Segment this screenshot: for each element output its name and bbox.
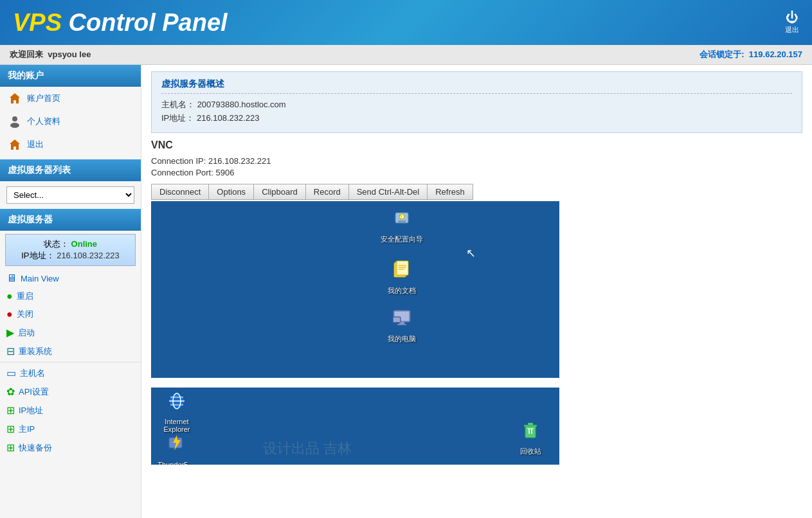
welcome-message: 欢迎回来 vpsyou lee <box>10 49 91 60</box>
reinstall-icon: ⊟ <box>6 345 15 357</box>
connection-ip-label: Connection IP: <box>151 156 206 166</box>
svg-rect-10 <box>397 261 408 275</box>
desktop-icon-ie[interactable]: Internet Explorer <box>154 391 199 433</box>
sidebar-item-api[interactable]: ✿ API设置 <box>0 382 141 401</box>
profile-label: 个人资料 <box>27 116 60 127</box>
vnc-connection-ip: Connection IP: 216.108.232.221 <box>151 156 802 166</box>
sidebar-item-ip[interactable]: ⊞ IP地址 <box>0 401 141 420</box>
sidebar-item-shutdown[interactable]: ● 关闭 <box>0 305 141 323</box>
svg-rect-28 <box>524 425 537 427</box>
restart-icon: ● <box>6 290 13 302</box>
server-dropdown-container[interactable]: Select... <box>6 186 134 204</box>
content-area: 虚拟服务器概述 主机名： 200793880.hostloc.com IP地址：… <box>141 65 812 518</box>
exit-icon <box>8 138 22 152</box>
backup-label: 快速备份 <box>19 442 52 454</box>
mouse-cursor: ↖ <box>466 246 474 258</box>
status-value: Online <box>71 239 97 249</box>
thunder-icon-img <box>167 434 187 459</box>
desktop-icon-thunder[interactable]: Thunder5.... <box>154 434 199 465</box>
start-icon: ▶ <box>6 326 14 339</box>
recycle-label: 回收站 <box>520 447 541 456</box>
vps-status-box: 状态： Online IP地址： 216.108.232.223 <box>5 234 136 266</box>
desktop-icon-recycle[interactable]: 回收站 <box>508 420 553 456</box>
hostname-label: 主机名： <box>161 100 195 109</box>
main-view-label: Main View <box>21 274 59 283</box>
api-label: API设置 <box>19 386 49 398</box>
logo-vps: VPS <box>13 9 62 36</box>
my-computer-label: 我的电脑 <box>388 334 416 344</box>
thunder-label: Thunder5.... <box>158 461 195 465</box>
vnc-display-2[interactable]: Internet Explorer Thunder5.... <box>151 388 559 465</box>
api-icon: ✿ <box>6 386 15 398</box>
sidebar-item-restart[interactable]: ● 重启 <box>0 287 141 305</box>
vnc-section: VNC Connection IP: 216.108.232.221 Conne… <box>151 139 802 465</box>
ie-label: Internet Explorer <box>164 418 190 433</box>
home-icon <box>8 91 22 105</box>
ip-menu-label: IP地址 <box>19 405 43 416</box>
vnc-display-1[interactable]: ? 安全配置向导 <box>151 201 559 378</box>
svg-point-1 <box>12 116 17 121</box>
svg-text:?: ? <box>399 214 402 220</box>
ip-icon: ⊞ <box>6 404 15 416</box>
hostname-value: 200793880.hostloc.com <box>197 100 286 109</box>
sidebar-item-home[interactable]: 账户首页 <box>0 87 141 110</box>
main-ip-icon: ⊞ <box>6 423 15 435</box>
svg-marker-0 <box>10 93 20 103</box>
header-right: ⏻ 退出 <box>785 10 799 35</box>
ip-value: 216.108.232.223 <box>57 251 120 260</box>
topbar: 欢迎回来 vpsyou lee 会话锁定于: 119.62.20.157 <box>0 45 812 65</box>
logout-label: 退出 <box>785 25 799 35</box>
vps-ip-row: IP地址： 216.108.232.223 <box>12 250 129 262</box>
sidebar-item-main-ip[interactable]: ⊞ 主IP <box>0 420 141 438</box>
session-ip: 119.62.20.157 <box>749 49 802 59</box>
clipboard-button[interactable]: Clipboard <box>253 184 305 200</box>
person-icon <box>8 114 22 129</box>
my-docs-icon-img <box>392 259 412 284</box>
ip-label: IP地址： <box>21 251 54 260</box>
ie-icon-img <box>167 391 187 416</box>
logout-button[interactable]: ⏻ 退出 <box>785 10 799 35</box>
disconnect-button[interactable]: Disconnect <box>151 184 208 200</box>
svg-point-2 <box>10 123 19 128</box>
username: vpsyou lee <box>48 49 91 59</box>
vps-status-row: 状态： Online <box>12 238 129 250</box>
power-icon: ⏻ <box>786 10 798 25</box>
divider <box>0 362 141 362</box>
app-logo: VPS Control Panel <box>13 9 228 37</box>
status-label: 状态： <box>44 239 69 249</box>
desktop-icon-my-docs[interactable]: 我的文档 <box>379 259 424 296</box>
svg-marker-3 <box>10 139 20 150</box>
shutdown-label: 关闭 <box>17 308 33 320</box>
sidebar-item-main-view[interactable]: 🖥 Main View <box>0 269 141 287</box>
connection-port-value: 5906 <box>215 168 234 177</box>
options-button[interactable]: Options <box>208 184 253 200</box>
sidebar-item-profile[interactable]: 个人资料 <box>0 110 141 133</box>
ip-label: IP地址： <box>161 113 194 123</box>
main-layout: 我的账户 账户首页 个人资料 <box>0 65 812 518</box>
sidebar-item-hostname[interactable]: ▭ 主机名 <box>0 364 141 382</box>
refresh-button[interactable]: Refresh <box>427 184 473 200</box>
vnc-toolbar: Disconnect Options Clipboard Record Send… <box>151 184 802 200</box>
hostname-label: 主机名 <box>20 368 45 379</box>
security-label: 安全配置向导 <box>381 235 423 244</box>
svg-rect-27 <box>525 426 536 438</box>
vps-overview-box: 虚拟服务器概述 主机名： 200793880.hostloc.com IP地址：… <box>151 71 802 133</box>
sidebar-item-start[interactable]: ▶ 启动 <box>0 323 141 342</box>
vps-section-title: 虚拟服务器 <box>0 209 141 231</box>
record-button[interactable]: Record <box>305 184 348 200</box>
backup-icon: ⊞ <box>6 442 15 454</box>
sidebar: 我的账户 账户首页 个人资料 <box>0 65 141 518</box>
sidebar-item-logout[interactable]: 退出 <box>0 133 141 156</box>
session-info: 会话锁定于: 119.62.20.157 <box>699 49 802 60</box>
svg-rect-17 <box>397 324 406 325</box>
desktop-icon-security[interactable]: ? 安全配置向导 <box>379 208 424 244</box>
sidebar-item-backup[interactable]: ⊞ 快速备份 <box>0 438 141 457</box>
sidebar-item-reinstall[interactable]: ⊟ 重装系统 <box>0 342 141 361</box>
desktop-icon-my-computer[interactable]: 我的电脑 <box>379 307 424 344</box>
send-ctrl-alt-del-button[interactable]: Send Ctrl-Alt-Del <box>348 184 428 200</box>
watermark: 设计出品 吉林 <box>263 439 448 458</box>
svg-rect-7 <box>398 220 406 223</box>
server-select[interactable]: Select... <box>6 186 134 204</box>
svg-rect-19 <box>393 317 400 322</box>
home-label: 账户首页 <box>27 93 60 104</box>
